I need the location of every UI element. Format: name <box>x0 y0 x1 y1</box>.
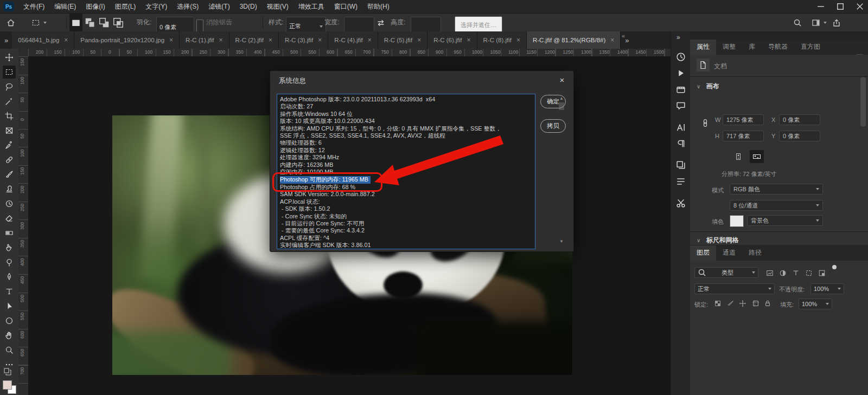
eraser-tool[interactable] <box>3 212 16 225</box>
filter-shape-icon[interactable] <box>804 268 814 278</box>
tab-close-icon[interactable]: × <box>610 36 614 44</box>
menu-item-12[interactable]: 帮助(H) <box>362 0 394 13</box>
tab-close-icon[interactable]: × <box>219 36 223 44</box>
edit-toolbar[interactable] <box>3 358 16 371</box>
layer-fill-dropdown[interactable]: 100% <box>799 299 832 309</box>
portrait-orientation-icon[interactable] <box>731 150 745 163</box>
actions-panel-icon[interactable] <box>675 68 686 79</box>
home-icon[interactable] <box>7 14 15 31</box>
ok-button[interactable]: 确定 <box>540 95 566 108</box>
document-tab-8[interactable]: R-C (6).jfif× <box>427 31 477 49</box>
smudge-tool[interactable] <box>3 241 16 254</box>
pen-tool[interactable] <box>3 270 16 283</box>
document-tab-5[interactable]: R-C (3).jfif× <box>279 31 328 49</box>
menu-item-4[interactable]: 图层(L) <box>110 0 141 13</box>
blend-mode-dropdown[interactable]: 正常 <box>694 283 775 294</box>
photoshop-logo[interactable]: Ps <box>3 2 14 11</box>
gradient-tool[interactable] <box>3 226 16 239</box>
close-window-button[interactable] <box>856 3 864 10</box>
canvas-y-field[interactable]: 0 像素 <box>779 131 820 141</box>
properties-tab-2[interactable]: 调整 <box>716 40 742 55</box>
tab-close-icon[interactable]: × <box>516 36 520 44</box>
canvas-height-field[interactable]: 717 像素 <box>723 131 764 141</box>
hand-tool[interactable] <box>3 329 16 342</box>
canvas-section-header[interactable]: ∨ 画布 <box>697 82 719 91</box>
menu-item-11[interactable]: 窗口(W) <box>329 0 362 13</box>
document-tab-1[interactable]: 0564841_b.jpg× <box>12 31 74 49</box>
tab-close-icon[interactable]: × <box>467 36 471 44</box>
fill-color-swatch[interactable] <box>730 215 744 227</box>
object-selection-tool[interactable] <box>3 95 16 108</box>
lock-pixels-icon[interactable] <box>726 299 736 308</box>
color-mode-dropdown[interactable]: RGB 颜色 <box>730 184 823 195</box>
character-panel-icon[interactable] <box>675 122 686 133</box>
menu-item-9[interactable]: 视图(V) <box>262 0 293 13</box>
layer-comps-panel-icon[interactable] <box>675 160 686 171</box>
crop-tool[interactable] <box>3 109 16 122</box>
type-tool[interactable] <box>3 285 16 298</box>
tab-close-icon[interactable]: × <box>64 36 68 44</box>
eyedropper-tool[interactable] <box>3 139 16 152</box>
copy-button[interactable]: 拷贝 <box>540 119 566 133</box>
path-select-tool[interactable] <box>3 300 16 313</box>
shape-tool[interactable] <box>3 314 16 327</box>
filter-smart-object-icon[interactable] <box>817 268 827 278</box>
rulers-grid-section-header[interactable]: ∨ 标尺和网格 <box>697 236 739 245</box>
lock-position-icon[interactable] <box>738 299 748 308</box>
spot-healing-tool[interactable] <box>3 153 16 166</box>
tab-overflow-left-icon[interactable]: » <box>0 36 12 49</box>
search-icon[interactable] <box>793 14 802 31</box>
panel-scrollbar-thumb[interactable] <box>860 77 866 127</box>
properties-tab-4[interactable]: 导航器 <box>762 40 794 55</box>
layers-tab-2[interactable]: 通道 <box>716 245 742 261</box>
document-tab-3[interactable]: R-C (1).jfif× <box>180 31 229 49</box>
share-icon[interactable] <box>832 14 841 31</box>
tab-close-icon[interactable]: × <box>169 36 173 44</box>
history-brush-tool[interactable] <box>3 197 16 210</box>
collapse-dock-icon[interactable]: « <box>622 33 625 39</box>
vertical-ruler[interactable]: 1501005005010015020025030035040045050055… <box>18 56 29 395</box>
horizontal-ruler[interactable]: 2001501005005010015020025030035040045050… <box>28 49 671 57</box>
opacity-dropdown[interactable]: 100% <box>810 283 844 294</box>
properties-tab-3[interactable]: 库 <box>742 40 762 55</box>
ruler-origin-corner[interactable] <box>18 49 29 57</box>
dodge-tool[interactable] <box>3 256 16 269</box>
minimize-button[interactable] <box>817 3 825 10</box>
filter-adjustment-icon[interactable] <box>778 268 788 278</box>
filter-image-icon[interactable] <box>765 268 775 278</box>
canvas-width-field[interactable]: 1275 像素 <box>723 114 764 125</box>
version-history-panel-icon[interactable] <box>675 51 686 62</box>
expand-dock-icon[interactable]: » <box>676 34 680 41</box>
document-tab-4[interactable]: R-C (2).jfif× <box>229 31 279 49</box>
menu-item-6[interactable]: 选择(S) <box>172 0 203 13</box>
lock-artboard-icon[interactable] <box>751 299 761 308</box>
dialog-scrollbar[interactable]: ▲ ▼ <box>558 96 565 244</box>
workspace-icon[interactable] <box>812 14 827 31</box>
new-selection-icon[interactable] <box>69 14 82 31</box>
menu-item-3[interactable]: 图像(I) <box>81 0 110 13</box>
menu-item-2[interactable]: 编辑(E) <box>49 0 81 13</box>
tab-close-icon[interactable]: × <box>318 36 322 44</box>
maximize-button[interactable] <box>837 3 844 10</box>
filter-toggle-pin[interactable] <box>832 265 837 269</box>
lock-all-icon[interactable] <box>763 299 773 308</box>
menu-item-7[interactable]: 滤镜(T) <box>203 0 234 13</box>
swap-dimensions-icon[interactable] <box>376 14 385 31</box>
move-tool[interactable] <box>3 51 16 64</box>
zoom-tool[interactable] <box>3 344 16 357</box>
menu-item-5[interactable]: 文字(Y) <box>141 0 172 13</box>
tab-close-icon[interactable]: × <box>417 36 421 44</box>
document-tab-9[interactable]: R-C (8).jfif× <box>477 31 527 49</box>
add-to-selection-icon[interactable] <box>84 14 97 31</box>
document-tab-2[interactable]: Panda-portrait_1920x1200.jpg× <box>74 31 180 49</box>
media-panel-icon[interactable] <box>675 84 686 95</box>
layer-filter-dropdown[interactable]: 类型 <box>694 267 758 278</box>
bit-depth-dropdown[interactable]: 8 位/通道 <box>730 200 823 211</box>
menu-item-10[interactable]: 增效工具 <box>293 0 329 13</box>
layers-tab-3[interactable]: 路径 <box>742 245 768 261</box>
properties-tab-1[interactable]: 属性 <box>690 40 716 55</box>
scroll-down-icon[interactable]: ▼ <box>558 239 565 244</box>
link-dimensions-icon[interactable] <box>701 119 710 127</box>
tab-close-icon[interactable]: × <box>368 36 372 44</box>
fill-dropdown[interactable]: 背景色 <box>747 215 823 226</box>
